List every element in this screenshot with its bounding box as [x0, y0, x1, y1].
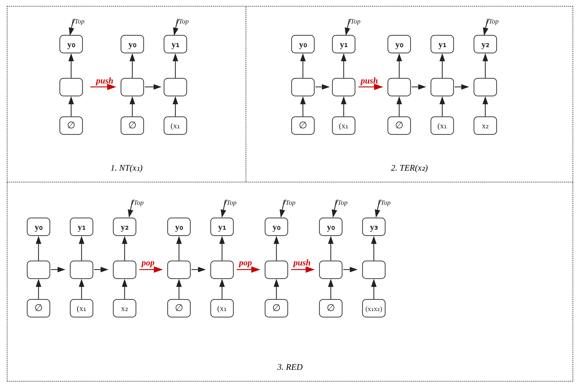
- ter-top-s1: Top: [350, 17, 360, 25]
- ter-y0-s2: y₀: [395, 40, 403, 49]
- red-y2-s1: y₂: [121, 222, 129, 232]
- svg-rect-42: [388, 78, 411, 96]
- svg-rect-83: [168, 261, 190, 279]
- red-top-s3: Top: [286, 199, 295, 206]
- red-y3-s4b: y₃: [370, 222, 378, 232]
- svg-rect-48: [431, 78, 453, 96]
- ter-empty-s1: ∅: [299, 120, 307, 130]
- red-x1-s2: (x₁: [217, 304, 227, 313]
- panel3-diagram: y₀ ∅ y₁ (x₁: [25, 189, 555, 360]
- svg-rect-91: [211, 261, 233, 279]
- svg-rect-7: [60, 78, 82, 96]
- panel1-svg: Top y₀ ∅ p: [38, 17, 215, 157]
- red-pop-label-2: pop: [238, 258, 252, 267]
- red-y0-s4a: y₀: [327, 222, 335, 232]
- red-x1-s1: (x₁: [77, 304, 86, 313]
- top-row: Top y₀ ∅ p: [7, 6, 573, 183]
- ter-y1-s2: y₁: [438, 40, 446, 49]
- panel3-caption: 3. RED: [277, 362, 303, 374]
- ter-y0-s1: y₀: [299, 40, 307, 49]
- svg-rect-28: [291, 78, 314, 96]
- panel1-caption: 1. NT(x₁): [111, 163, 143, 175]
- panel2-diagram: y₀ ∅ Top y₁: [285, 13, 534, 161]
- red-top-s4b: Top: [381, 199, 391, 206]
- panel3-svg: y₀ ∅ y₁ (x₁: [25, 195, 555, 354]
- y0-label-s2: y₀: [129, 40, 137, 49]
- ter-push-label: push: [360, 76, 378, 85]
- svg-rect-99: [265, 261, 288, 279]
- svg-rect-77: [113, 261, 136, 279]
- red-top-s2: Top: [227, 199, 237, 206]
- red-x1x2-s4b: (x₁x₂): [365, 305, 382, 312]
- red-y0-s3: y₀: [273, 222, 281, 232]
- svg-rect-13: [121, 78, 144, 96]
- bottom-row: y₀ ∅ y₁ (x₁: [7, 183, 573, 382]
- empty-s2: ∅: [128, 120, 137, 130]
- red-top-s1: Top: [134, 199, 144, 206]
- panel-3: y₀ ∅ y₁ (x₁: [7, 183, 573, 381]
- push-label-1: push: [95, 76, 113, 85]
- x1-label: (x₁: [170, 121, 180, 130]
- red-y0-s1: y₀: [35, 222, 43, 232]
- svg-rect-36: [332, 78, 355, 96]
- y0-label-s1: y₀: [67, 40, 75, 49]
- ter-x1-s2: (x₁: [437, 121, 447, 130]
- svg-line-95: [281, 200, 284, 217]
- svg-rect-21: [164, 78, 187, 96]
- red-y0-s2: y₀: [175, 222, 183, 232]
- svg-rect-69: [70, 261, 93, 279]
- ter-x1-s1: (x₁: [339, 121, 348, 130]
- svg-line-87: [222, 200, 225, 217]
- svg-rect-56: [474, 78, 497, 96]
- panel1-diagram: Top y₀ ∅ p: [38, 13, 215, 161]
- svg-line-3: [70, 19, 73, 35]
- empty-s1: ∅: [67, 120, 75, 130]
- svg-line-111: [376, 200, 380, 217]
- red-empty-s2: ∅: [175, 302, 183, 313]
- panel-2: y₀ ∅ Top y₁: [246, 6, 573, 182]
- red-empty-s4a: ∅: [327, 302, 335, 313]
- panel2-caption: 2. TER(x₂): [391, 163, 428, 175]
- svg-rect-115: [362, 261, 385, 279]
- main-container: Top y₀ ∅ p: [7, 6, 573, 386]
- ter-y1-s1: y₁: [340, 40, 348, 49]
- red-push-label: push: [293, 258, 311, 267]
- ter-empty-s2a: ∅: [395, 120, 404, 130]
- red-empty-s3: ∅: [272, 302, 281, 313]
- red-empty-s1: ∅: [34, 302, 43, 313]
- panel-1: Top y₀ ∅ p: [7, 6, 246, 182]
- svg-line-103: [333, 200, 336, 217]
- svg-line-17: [174, 19, 178, 35]
- top-label-2: Top: [179, 17, 189, 25]
- ter-top-s2: Top: [489, 17, 499, 25]
- red-top-s4a: Top: [338, 199, 348, 206]
- svg-line-73: [129, 200, 133, 217]
- red-y1-s2: y₁: [218, 222, 226, 232]
- panel2-svg: y₀ ∅ Top y₁: [285, 17, 534, 157]
- svg-rect-107: [319, 261, 342, 279]
- red-y1-s1: y₁: [78, 222, 85, 232]
- ter-y2-s2: y₂: [481, 40, 489, 49]
- red-pop-label-1: pop: [141, 258, 154, 267]
- y1-label-s2: y₁: [171, 40, 179, 49]
- svg-line-32: [346, 19, 349, 35]
- red-x2-s1: x₂: [121, 304, 128, 312]
- ter-x2-s2: x₂: [482, 121, 489, 130]
- top-label-1: Top: [75, 17, 85, 25]
- svg-rect-63: [27, 261, 50, 279]
- svg-line-52: [484, 19, 488, 35]
